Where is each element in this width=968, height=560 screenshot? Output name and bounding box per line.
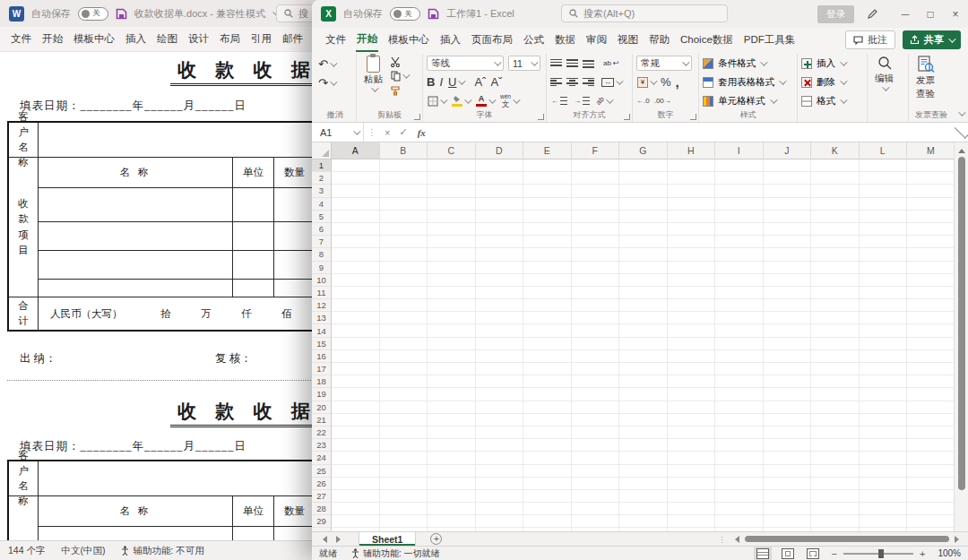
cell-J8[interactable] xyxy=(764,248,812,261)
cell-M13[interactable] xyxy=(907,312,954,324)
cell-G19[interactable] xyxy=(619,388,668,401)
cell-I21[interactable] xyxy=(715,414,764,426)
underline-button[interactable]: U xyxy=(447,75,464,89)
cell-C16[interactable] xyxy=(428,350,476,363)
align-center-button[interactable] xyxy=(566,78,578,87)
cell-B19[interactable] xyxy=(380,388,428,401)
wrap-text-button[interactable]: ab↩ xyxy=(602,59,620,67)
column-header-A[interactable]: A xyxy=(332,142,380,159)
cell-E23[interactable] xyxy=(523,439,572,452)
cell-H14[interactable] xyxy=(668,324,716,337)
cell-E10[interactable] xyxy=(523,274,572,287)
cell-I19[interactable] xyxy=(715,388,764,401)
cell-C3[interactable] xyxy=(428,185,476,197)
word-tab-模板中心[interactable]: 模板中心 xyxy=(73,32,115,46)
cell-J27[interactable] xyxy=(764,490,812,503)
column-header-B[interactable]: B xyxy=(380,142,428,159)
language-status[interactable]: 中文(中国) xyxy=(61,545,105,557)
editing-button[interactable]: 编辑 xyxy=(871,55,897,110)
cell-F4[interactable] xyxy=(572,198,620,211)
word-tab-布局[interactable]: 布局 xyxy=(220,32,240,46)
cell-E19[interactable] xyxy=(523,388,572,401)
cell-A7[interactable] xyxy=(332,236,380,248)
font-name-combo[interactable]: 等线 xyxy=(427,56,504,71)
cell-L5[interactable] xyxy=(860,211,908,223)
cell-B22[interactable] xyxy=(380,426,428,439)
cell-A25[interactable] xyxy=(332,465,380,478)
cell-J18[interactable] xyxy=(764,375,812,388)
cell-H19[interactable] xyxy=(668,388,716,401)
cell-C9[interactable] xyxy=(428,262,476,274)
cell-J7[interactable] xyxy=(764,236,812,248)
cell-F16[interactable] xyxy=(572,350,620,363)
tab-split-handle[interactable]: ⋮ xyxy=(718,535,726,544)
align-bottom-button[interactable] xyxy=(583,59,594,68)
cell-M28[interactable] xyxy=(907,503,954,515)
cell-G24[interactable] xyxy=(619,452,668,464)
row-header-2[interactable]: 2 xyxy=(312,172,332,185)
cell-C14[interactable] xyxy=(428,324,476,337)
row-header-9[interactable]: 9 xyxy=(312,262,332,274)
cell-M29[interactable] xyxy=(907,515,954,528)
cell-K23[interactable] xyxy=(811,439,860,452)
merge-center-button[interactable]: ↔ xyxy=(601,78,622,87)
cell-D3[interactable] xyxy=(476,185,524,197)
cell-J2[interactable] xyxy=(764,172,812,185)
increase-decimal-button[interactable]: ←.0 xyxy=(636,97,650,105)
format-cells-button[interactable]: 格式 xyxy=(801,92,845,109)
next-sheet-icon[interactable] xyxy=(336,536,341,543)
cell-G21[interactable] xyxy=(619,414,668,426)
row-header-17[interactable]: 17 xyxy=(312,363,332,375)
cell-K5[interactable] xyxy=(811,211,860,223)
cell-G23[interactable] xyxy=(619,439,668,452)
cell-F22[interactable] xyxy=(572,426,620,439)
cell-K9[interactable] xyxy=(811,262,860,274)
cell-K3[interactable] xyxy=(811,185,860,197)
cell-F7[interactable] xyxy=(572,236,620,248)
cell-G11[interactable] xyxy=(619,287,668,299)
cell-J1[interactable] xyxy=(764,159,812,172)
cell-D11[interactable] xyxy=(476,287,524,299)
cell-J25[interactable] xyxy=(764,465,812,478)
cell-K2[interactable] xyxy=(811,172,860,185)
cell-K4[interactable] xyxy=(811,198,860,211)
cell-A27[interactable] xyxy=(332,490,380,503)
cell-H8[interactable] xyxy=(668,248,716,261)
cell-D29[interactable] xyxy=(476,515,524,528)
cell-M20[interactable] xyxy=(907,401,954,414)
save-icon[interactable] xyxy=(116,8,127,20)
expand-formula-bar-icon[interactable] xyxy=(955,124,968,138)
cell-F8[interactable] xyxy=(572,248,620,261)
cell-J29[interactable] xyxy=(764,515,812,528)
cell-D21[interactable] xyxy=(476,414,524,426)
cell-E15[interactable] xyxy=(523,338,572,350)
cell-H4[interactable] xyxy=(668,198,716,211)
cell-I7[interactable] xyxy=(715,236,764,248)
cell-J20[interactable] xyxy=(764,401,812,414)
insert-function-button[interactable]: fx xyxy=(412,127,431,138)
vertical-scroll-thumb[interactable] xyxy=(958,157,965,490)
cell-K14[interactable] xyxy=(811,324,860,337)
cell-E7[interactable] xyxy=(523,236,572,248)
cell-M26[interactable] xyxy=(907,478,954,490)
cell-F1[interactable] xyxy=(572,159,620,172)
cell-I9[interactable] xyxy=(715,262,764,274)
cell-B20[interactable] xyxy=(380,401,428,414)
cell-L25[interactable] xyxy=(860,465,908,478)
cell-C6[interactable] xyxy=(428,223,476,236)
cell-A21[interactable] xyxy=(332,414,380,426)
excel-tab-公式[interactable]: 公式 xyxy=(523,29,545,51)
align-left-button[interactable] xyxy=(550,78,562,87)
cell-E4[interactable] xyxy=(523,198,572,211)
cell-A5[interactable] xyxy=(332,211,380,223)
row-header-15[interactable]: 15 xyxy=(312,338,332,350)
format-painter-button[interactable] xyxy=(390,85,401,96)
cell-K15[interactable] xyxy=(811,338,860,350)
cell-D17[interactable] xyxy=(476,363,524,375)
prev-sheet-icon[interactable] xyxy=(323,536,327,543)
cell-M9[interactable] xyxy=(907,262,954,274)
cell-L3[interactable] xyxy=(860,185,908,197)
cell-F26[interactable] xyxy=(572,478,620,490)
cell-H12[interactable] xyxy=(668,299,716,312)
cell-G25[interactable] xyxy=(619,465,668,478)
